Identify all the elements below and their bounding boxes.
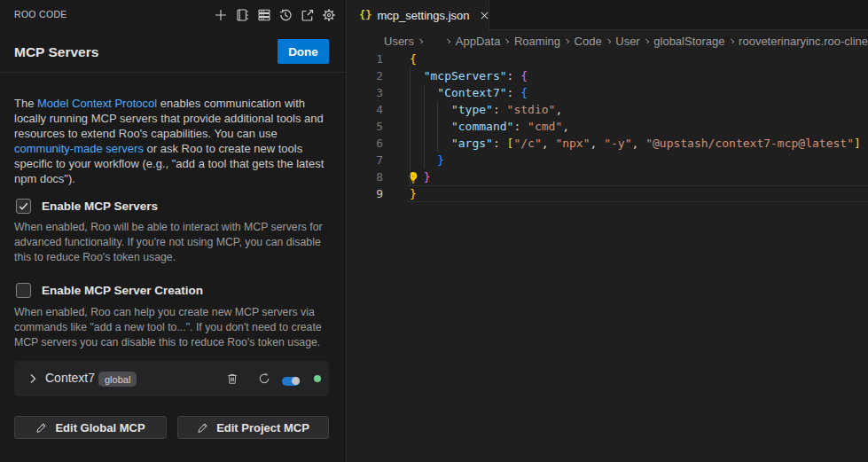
done-button[interactable]: Done [278,39,329,64]
line-number: 8 [347,168,383,185]
code-line[interactable]: 4 "type": "stdio", [347,101,868,118]
indent-guide [437,101,438,152]
breadcrumb-item[interactable]: User [615,35,639,48]
line-number: 9 [347,185,383,202]
toggle-knob [292,377,300,385]
edit-project-mcp-button[interactable]: Edit Project MCP [177,416,329,439]
enable-mcp-servers-description: When enabled, Roo will be able to intera… [14,220,351,265]
code-line[interactable]: 1{ [347,51,868,67]
line-number: 7 [347,152,383,168]
gear-icon[interactable] [322,8,336,22]
code-line[interactable]: 6 "args": ["/c", "npx", "-y", "@upstash/… [347,135,868,152]
extension-title: ROO CODE [14,9,67,20]
refresh-icon[interactable] [258,372,270,385]
code-line[interactable]: 3 "Context7": { [347,84,868,101]
page-title: MCP Servers [14,44,98,60]
intro-line: community-made servers or ask Roo to cre… [14,141,342,156]
chevron-right-icon [565,38,569,43]
code-text: { [410,51,417,67]
enable-mcp-creation-checkbox[interactable] [16,283,31,298]
chevron-right-icon [606,38,610,43]
current-line-highlight [407,185,868,202]
breadcrumb-item[interactable]: Code [575,35,602,48]
intro-text: locally running MCP servers that provide… [14,112,324,125]
code-text: "type": "stdio", [410,101,562,118]
intro-line: resources to extend Roo's capabilities. … [14,126,342,141]
server-icon[interactable] [257,8,271,22]
line-number: 6 [347,135,383,152]
tab-mcp-settings[interactable]: {} mcp_settings.json [347,0,489,31]
trash-icon[interactable] [226,372,239,385]
code-text: } [410,152,444,168]
code-line[interactable]: 8 } [347,168,868,185]
server-scope-badge: global [98,372,137,387]
enable-mcp-servers-checkbox[interactable] [16,199,31,214]
server-enabled-toggle[interactable] [282,377,300,386]
chevron-right-icon [729,38,733,43]
code-text: "command": "cmd", [410,118,569,135]
chevron-right-icon [504,38,509,43]
mcp-server-list-item[interactable]: Context7 global [14,361,329,396]
breadcrumb: UsersAppDataRoamingCodeUserglobalStorage… [347,31,868,51]
json-braces-icon: {} [359,9,371,21]
intro-text: npm docs"). [14,172,75,185]
line-number: 3 [347,84,383,101]
close-icon[interactable] [479,9,490,22]
text-link[interactable]: Model Context Protocol [37,97,157,110]
intro-line: specific to your workflow (e.g., "add a … [14,156,342,171]
pencil-icon [35,422,47,434]
server-name: Context7 [45,371,95,385]
roo-code-sidebar-panel: ROO CODE MCP Servers Done The Model Cont… [0,0,346,462]
indent-guide [424,84,425,168]
enable-mcp-creation-row: Enable MCP Server Creation [16,283,203,298]
line-number: 2 [347,67,383,84]
description-line: this to reduce Roo's token usage. [14,250,351,265]
enable-mcp-servers-label: Enable MCP Servers [42,200,158,213]
description-line: commands like "add a new tool to...". If… [14,320,351,335]
breadcrumb-item[interactable]: AppData [456,35,501,48]
chevron-right-icon[interactable] [26,372,40,386]
panel-toolbar [214,8,337,22]
tab-filename: mcp_settings.json [377,9,469,22]
mcp-intro-text: The Model Context Protocol enables commu… [14,96,342,186]
breadcrumb-item[interactable]: rooveterinaryinc.roo-cline [739,35,868,48]
chevron-right-icon [446,38,450,43]
intro-text: specific to your workflow (e.g., "add a … [14,157,324,170]
notebook-icon[interactable] [235,8,249,22]
line-number: 5 [347,118,383,135]
intro-text: or ask Roo to create new tools [144,142,302,155]
code-line[interactable]: 7 } [347,152,868,168]
intro-line: npm docs"). [14,171,342,186]
indent-guide [410,67,411,185]
description-line: advanced functionality. If you're not us… [14,235,351,250]
code-line[interactable]: 2 "mcpServers": { [347,67,868,84]
breadcrumb-item[interactable]: Roaming [514,35,560,48]
plus-icon[interactable] [214,8,228,22]
chevron-right-icon [644,38,648,43]
intro-text: resources to extend Roo's capabilities. … [14,127,278,140]
pencil-icon [197,422,208,434]
description-line: When enabled, Roo will be able to intera… [14,220,351,235]
code-text: "mcpServers": { [410,67,528,84]
code-editor[interactable]: 1{2 "mcpServers": {3 "Context7": {4 "typ… [347,51,868,202]
edit-global-mcp-label: Edit Global MCP [55,421,145,435]
header-separator [0,72,346,73]
edit-global-mcp-button[interactable]: Edit Global MCP [14,416,167,439]
breadcrumb-item[interactable]: globalStorage [653,35,724,48]
enable-mcp-creation-description: When enabled, Roo can help you create ne… [14,305,351,350]
text-link[interactable]: community-made servers [14,142,144,155]
link-external-icon[interactable] [301,8,315,22]
code-line[interactable]: 5 "command": "cmd", [347,118,868,135]
edit-project-mcp-label: Edit Project MCP [216,421,309,435]
code-text: "args": ["/c", "npx", "-y", "@upstash/co… [410,135,861,152]
chevron-right-icon [418,38,423,43]
server-status-dot [314,375,321,382]
intro-line: locally running MCP servers that provide… [14,111,342,126]
breadcrumb-item[interactable]: Users [384,35,414,48]
description-line: MCP servers you can disable this to redu… [14,335,351,350]
line-number: 4 [347,101,383,118]
editor-group: {} mcp_settings.json UsersAppDataRoaming… [347,0,868,462]
code-text: "Context7": { [410,84,528,101]
history-icon[interactable] [278,8,293,22]
enable-mcp-creation-label: Enable MCP Server Creation [42,284,203,297]
